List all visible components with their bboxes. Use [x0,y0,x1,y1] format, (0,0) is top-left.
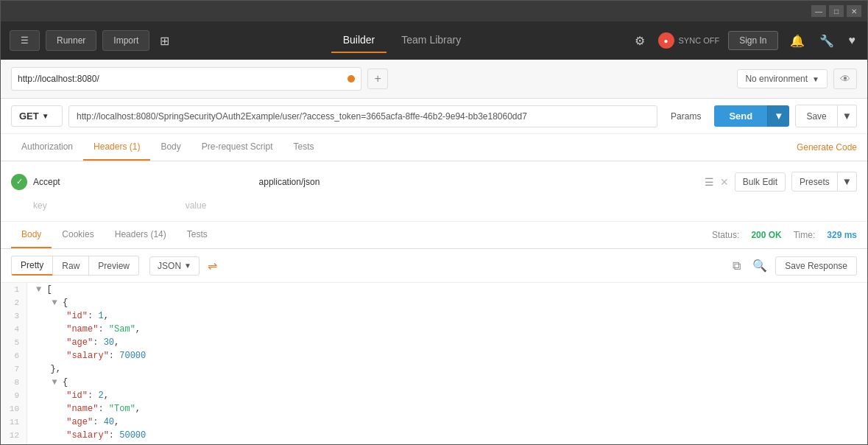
header-right: ⚙ ● SYNC OFF Sign In 🔔 🔧 ♥ [630,29,858,52]
runner-button[interactable]: Runner [46,30,96,51]
sync-area: ● SYNC OFF [658,32,720,49]
tab-builder[interactable]: Builder [331,28,387,53]
format-type-chevron-icon: ▼ [184,262,191,270]
bulk-edit-button[interactable]: Bulk Edit [735,172,786,192]
minimize-button[interactable]: — [811,5,826,17]
code-line-7: 7 }, [1,362,867,376]
save-button[interactable]: Save [795,105,837,127]
copy-response-button[interactable]: ⧉ [729,256,744,276]
tab-body[interactable]: Body [150,134,191,161]
generate-code-link[interactable]: Generate Code [797,142,857,153]
runner-label: Runner [57,35,85,46]
request-tabs: Authorization Headers (1) Body Pre-reque… [1,134,867,161]
header-row-actions: ☰ ✕ Bulk Edit Presets ▼ [705,172,857,192]
url-display: http://localhost:8080/ [18,74,343,84]
menu-icon[interactable]: ☰ [705,176,714,188]
code-line-8: 8 ▼ { [1,376,867,389]
line-num-3: 3 [1,309,27,323]
send-button[interactable]: Send [714,105,767,127]
wrap-button[interactable]: ⇌ [204,255,221,276]
new-collection-button[interactable]: ⊞ [155,29,174,52]
save-response-button[interactable]: Save Response [775,256,857,276]
line-content-5: "age": 30, [27,336,119,349]
code-line-10: 10 "name": "Tom", [1,402,867,416]
response-section: Body Cookies Headers (14) Tests Status: … [1,222,867,444]
format-preview-button[interactable]: Preview [89,256,139,276]
url-input-area[interactable]: http://localhost:8080/ [11,67,361,91]
tab-tests-req[interactable]: Tests [283,134,324,161]
response-tabs-bar: Body Cookies Headers (14) Tests Status: … [1,222,867,249]
tab-team-library[interactable]: Team Library [389,28,473,53]
line-content-10: "name": "Tom", [27,402,141,416]
add-tab-button[interactable]: + [367,69,388,89]
send-button-group: Send ▼ [714,105,789,127]
request-url-input[interactable] [68,105,657,127]
code-line-2: 2 ▼ { [1,296,867,309]
key-placeholder: key [33,200,47,211]
resp-tab-cookies[interactable]: Cookies [52,222,104,248]
format-pretty-button[interactable]: Pretty [11,256,53,276]
import-button[interactable]: Import [102,30,149,51]
format-type-label: JSON [158,261,181,271]
sign-in-button[interactable]: Sign In [728,31,777,50]
method-chevron-icon: ▼ [42,112,49,120]
tab-headers[interactable]: Headers (1) [83,134,150,161]
code-line-1: 1 ▼ [ [1,283,867,296]
tab-authorization[interactable]: Authorization [11,134,83,161]
line-content-8: ▼ { [27,376,68,389]
resp-tab-body[interactable]: Body [11,222,52,248]
header-key: Accept [33,177,253,187]
presets-dropdown-button[interactable]: ▼ [838,172,857,192]
presets-button-group: Presets ▼ [791,172,857,192]
line-content-12: "salary": 50000 [27,429,146,442]
sync-settings-button[interactable]: ⚙ [630,29,649,52]
line-num-11: 11 [1,416,27,429]
code-line-5: 5 "age": 30, [1,336,867,349]
line-content-7: }, [27,362,61,376]
params-button[interactable]: Params [663,106,708,127]
save-button-group: Save ▼ [795,105,857,127]
code-line-6: 6 "salary": 70000 [1,349,867,362]
heart-button[interactable]: ♥ [846,31,859,50]
code-line-4: 4 "name": "Sam", [1,323,867,336]
eye-button[interactable]: 👁 [833,69,857,89]
tab-pre-request[interactable]: Pre-request Script [191,134,283,161]
sidebar-toggle-button[interactable]: ☰ [10,30,40,51]
env-chevron-icon: ▼ [812,75,819,83]
title-bar: — □ ✕ [1,1,867,21]
environment-select[interactable]: No environment ▼ [737,69,828,88]
close-button[interactable]: ✕ [847,5,861,17]
header-nav: Builder Team Library [180,28,624,53]
url-dot [347,75,355,83]
line-num-13: 13 [1,442,27,444]
presets-button[interactable]: Presets [791,172,838,192]
notifications-button[interactable]: 🔔 [787,31,808,51]
import-label: Import [113,35,138,46]
send-dropdown-button[interactable]: ▼ [767,105,789,127]
method-label: GET [19,111,39,122]
line-content-3: "id": 1, [27,309,109,323]
format-raw-button[interactable]: Raw [53,256,89,276]
code-line-13: 13 }, [1,442,867,444]
line-content-6: "salary": 70000 [27,349,146,362]
code-area: 1 ▼ [ 2 ▼ { 3 "id": 1, 4 "name": "Sam", … [1,283,867,444]
search-response-button[interactable]: 🔍 [749,255,771,276]
line-num-10: 10 [1,402,27,416]
response-status: Status: 200 OK Time: 329 ms [712,230,857,240]
method-select[interactable]: GET ▼ [11,105,63,127]
save-dropdown-button[interactable]: ▼ [838,105,857,127]
time-value: 329 ms [827,230,857,240]
line-num-5: 5 [1,336,27,349]
time-label: Time: [794,230,816,240]
maximize-button[interactable]: □ [829,5,844,17]
resp-tab-headers[interactable]: Headers (14) [105,222,177,248]
sidebar-icon: ☰ [21,35,29,46]
line-content-4: "name": "Sam", [27,323,141,336]
resp-tab-tests[interactable]: Tests [177,222,218,248]
settings-button[interactable]: 🔧 [816,31,837,51]
line-content-11: "age": 40, [27,416,119,429]
format-type-select[interactable]: JSON ▼ [149,256,200,276]
delete-header-icon[interactable]: ✕ [720,176,729,188]
header-checkbox[interactable]: ✓ [11,174,27,190]
code-line-12: 12 "salary": 50000 [1,429,867,442]
